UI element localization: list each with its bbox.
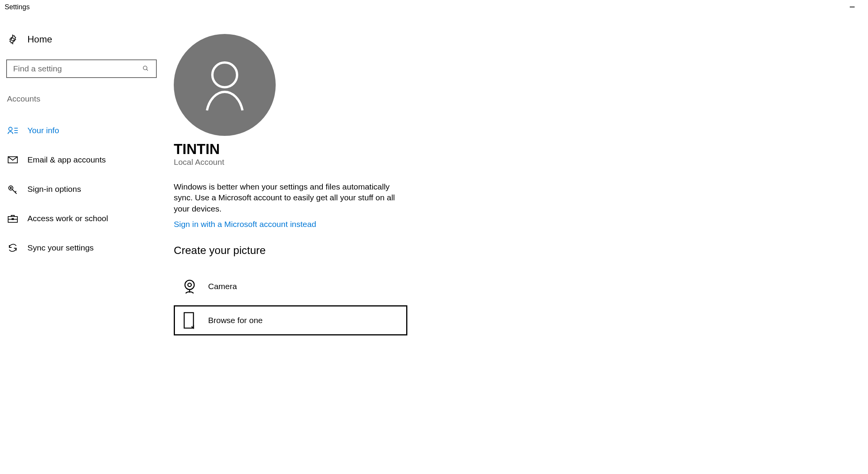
svg-point-13	[212, 63, 237, 87]
sidebar-item-work-school[interactable]: Access work or school	[6, 207, 156, 230]
camera-icon	[181, 278, 198, 295]
svg-point-15	[188, 283, 192, 287]
svg-line-2	[146, 69, 148, 71]
browse-label: Browse for one	[208, 316, 263, 325]
create-picture-heading: Create your picture	[174, 244, 868, 257]
main-content: TINTIN Local Account Windows is better w…	[158, 34, 868, 335]
sidebar-item-label: Access work or school	[27, 214, 108, 223]
sidebar-item-signin[interactable]: Sign-in options	[6, 178, 156, 201]
user-name: TINTIN	[174, 141, 868, 157]
sidebar-item-sync[interactable]: Sync your settings	[6, 236, 156, 259]
search-icon	[142, 65, 150, 73]
sync-info-text: Windows is better when your settings and…	[174, 181, 402, 214]
key-icon	[7, 184, 18, 195]
home-label: Home	[27, 34, 52, 45]
sidebar: Home Accounts Your	[0, 34, 158, 335]
sidebar-category-title: Accounts	[6, 94, 156, 103]
content-wrapper: Home Accounts Your	[0, 12, 868, 335]
browse-option[interactable]: Browse for one	[174, 305, 407, 335]
avatar	[174, 34, 276, 136]
gear-icon	[7, 34, 18, 45]
camera-label: Camera	[208, 282, 237, 291]
minimize-button[interactable]: −	[843, 4, 861, 10]
sidebar-item-label: Your info	[27, 126, 59, 135]
sidebar-item-email[interactable]: Email & app accounts	[6, 148, 156, 171]
user-card-icon	[7, 125, 18, 136]
search-box[interactable]	[6, 59, 157, 78]
sidebar-item-your-info[interactable]: Your info	[6, 119, 156, 142]
file-icon	[181, 312, 198, 329]
sign-in-microsoft-link[interactable]: Sign in with a Microsoft account instead	[174, 220, 316, 229]
account-type: Local Account	[174, 157, 868, 167]
sidebar-item-label: Sign-in options	[27, 185, 81, 194]
svg-point-9	[10, 187, 11, 188]
mail-icon	[7, 154, 18, 165]
titlebar: Settings −	[0, 0, 868, 12]
svg-point-3	[9, 127, 12, 131]
home-nav[interactable]: Home	[6, 34, 156, 45]
svg-point-1	[143, 66, 147, 70]
sidebar-item-label: Sync your settings	[27, 243, 94, 252]
briefcase-icon	[7, 213, 18, 224]
window-title: Settings	[5, 3, 30, 11]
svg-point-0	[11, 38, 14, 41]
camera-option[interactable]: Camera	[174, 271, 407, 301]
search-input[interactable]	[13, 64, 142, 73]
sync-icon	[7, 242, 18, 253]
sidebar-item-label: Email & app accounts	[27, 155, 106, 164]
svg-point-14	[185, 280, 194, 289]
